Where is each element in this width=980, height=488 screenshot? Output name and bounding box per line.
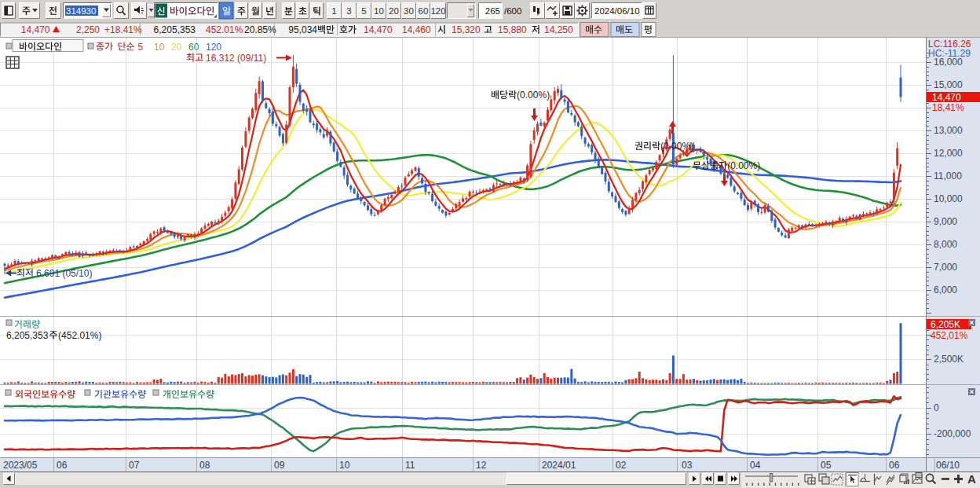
svg-text:HC:-11.29: HC:-11.29: [928, 48, 971, 59]
svg-text:265: 265: [485, 6, 500, 16]
svg-text:120: 120: [430, 6, 445, 16]
svg-text:60: 60: [188, 42, 199, 53]
svg-text:3: 3: [346, 6, 351, 16]
svg-text:7,000: 7,000: [934, 262, 957, 273]
svg-text:8,000: 8,000: [934, 239, 957, 250]
svg-text:13,000: 13,000: [934, 125, 963, 136]
svg-text:2,250: 2,250: [76, 24, 100, 35]
svg-text:15,880: 15,880: [498, 24, 527, 35]
svg-text:2024/01: 2024/01: [542, 460, 576, 471]
svg-text:15,000: 15,000: [934, 79, 963, 90]
svg-text:2024/06/10: 2024/06/10: [594, 6, 640, 16]
svg-text:11: 11: [405, 460, 415, 471]
svg-text:14,470: 14,470: [364, 24, 393, 35]
svg-text:12: 12: [476, 460, 487, 471]
svg-text:+18.41%: +18.41%: [104, 24, 142, 35]
svg-text:452,01%: 452,01%: [931, 330, 968, 341]
svg-text:(0.00%): (0.00%): [517, 90, 550, 101]
svg-text:03: 03: [682, 460, 693, 471]
svg-text:14,470: 14,470: [21, 24, 50, 35]
svg-text:10: 10: [374, 6, 384, 16]
svg-text:16,312 (09/11): 16,312 (09/11): [206, 53, 266, 64]
svg-text:06: 06: [57, 460, 68, 471]
svg-text:06: 06: [889, 460, 900, 471]
svg-text:18,41%: 18,41%: [932, 102, 964, 113]
svg-text:(452.01%): (452.01%): [58, 330, 101, 341]
svg-text:314930: 314930: [66, 6, 96, 16]
svg-text:05: 05: [821, 460, 832, 471]
svg-text:10,000: 10,000: [934, 193, 963, 204]
svg-text:6,000: 6,000: [934, 284, 957, 295]
svg-text:14,460: 14,460: [402, 24, 431, 35]
svg-text:09: 09: [274, 460, 285, 471]
svg-text:A: A: [967, 472, 976, 486]
svg-text:/600: /600: [504, 6, 521, 16]
svg-text:95,034: 95,034: [288, 24, 317, 35]
svg-text:5: 5: [138, 42, 144, 53]
svg-text:14,470: 14,470: [932, 92, 961, 103]
svg-text:12,000: 12,000: [934, 148, 963, 159]
svg-text:6,205,353: 6,205,353: [154, 24, 196, 35]
svg-text:0: 0: [934, 402, 939, 413]
svg-text:14,250: 14,250: [544, 24, 573, 35]
svg-text:06/10: 06/10: [936, 460, 960, 471]
svg-text:11,000: 11,000: [934, 171, 962, 182]
svg-text:07: 07: [129, 460, 140, 471]
svg-text:6,691 (05/10): 6,691 (05/10): [36, 268, 92, 279]
svg-text:(0.00%): (0.00%): [727, 160, 760, 171]
svg-text:452.01%: 452.01%: [206, 24, 243, 35]
svg-text:10: 10: [154, 42, 165, 53]
svg-text:-200,000: -200,000: [934, 428, 971, 439]
svg-text:2023/05: 2023/05: [3, 460, 38, 471]
svg-text:5: 5: [361, 6, 366, 16]
svg-text:15,320: 15,320: [452, 24, 481, 35]
svg-text:20: 20: [389, 6, 399, 16]
svg-text:08: 08: [199, 460, 210, 471]
svg-text:6,205,353: 6,205,353: [6, 330, 49, 341]
svg-text:20.85%: 20.85%: [244, 24, 276, 35]
svg-text:30: 30: [404, 6, 414, 16]
svg-text:02: 02: [616, 460, 627, 471]
svg-text:1: 1: [331, 6, 336, 16]
svg-text:60: 60: [419, 6, 429, 16]
svg-text:(0.00%): (0.00%): [660, 141, 693, 152]
svg-text:9,000: 9,000: [934, 216, 957, 227]
svg-text:10: 10: [339, 460, 350, 471]
svg-text:2,500K: 2,500K: [934, 354, 964, 365]
svg-text:120: 120: [206, 42, 221, 53]
svg-text:6,205K: 6,205K: [931, 319, 960, 330]
svg-text:20: 20: [171, 42, 182, 53]
svg-text:04: 04: [750, 460, 761, 471]
